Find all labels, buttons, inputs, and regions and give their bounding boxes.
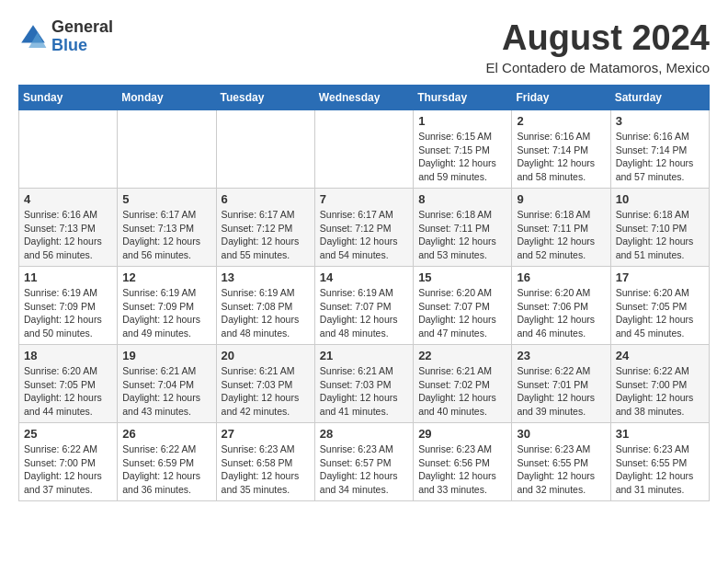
calendar-cell: 24Sunrise: 6:22 AM Sunset: 7:00 PM Dayli…: [610, 345, 709, 423]
day-number: 30: [517, 427, 605, 441]
day-info: Sunrise: 6:18 AM Sunset: 7:11 PM Dayligh…: [517, 208, 605, 262]
day-number: 28: [320, 427, 408, 441]
calendar-cell: 3Sunrise: 6:16 AM Sunset: 7:14 PM Daylig…: [610, 110, 709, 189]
day-number: 24: [616, 349, 704, 362]
day-info: Sunrise: 6:15 AM Sunset: 7:15 PM Dayligh…: [418, 130, 506, 184]
calendar-cell: 16Sunrise: 6:20 AM Sunset: 7:06 PM Dayli…: [512, 267, 610, 345]
calendar-cell: [118, 110, 216, 189]
calendar-cell: 12Sunrise: 6:19 AM Sunset: 7:09 PM Dayli…: [118, 267, 216, 345]
weekday-header: Monday: [118, 86, 216, 110]
day-info: Sunrise: 6:20 AM Sunset: 7:06 PM Dayligh…: [517, 286, 605, 340]
day-info: Sunrise: 6:20 AM Sunset: 7:05 PM Dayligh…: [616, 286, 704, 340]
calendar-cell: 2Sunrise: 6:16 AM Sunset: 7:14 PM Daylig…: [512, 110, 610, 189]
logo-icon: [18, 22, 48, 52]
day-info: Sunrise: 6:17 AM Sunset: 7:12 PM Dayligh…: [222, 208, 310, 262]
day-number: 17: [616, 270, 704, 284]
day-number: 22: [418, 349, 506, 362]
weekday-header: Tuesday: [216, 86, 314, 110]
month-title: August 2024: [486, 18, 710, 58]
day-number: 16: [517, 270, 605, 284]
calendar-cell: 20Sunrise: 6:21 AM Sunset: 7:03 PM Dayli…: [216, 345, 314, 423]
weekday-header: Friday: [512, 86, 610, 110]
calendar-cell: 25Sunrise: 6:22 AM Sunset: 7:00 PM Dayli…: [19, 423, 118, 501]
day-info: Sunrise: 6:19 AM Sunset: 7:07 PM Dayligh…: [320, 286, 408, 340]
day-info: Sunrise: 6:23 AM Sunset: 6:57 PM Dayligh…: [320, 442, 408, 497]
calendar-cell: 23Sunrise: 6:22 AM Sunset: 7:01 PM Dayli…: [512, 345, 610, 423]
weekday-header: Wednesday: [314, 86, 413, 110]
calendar-cell: [19, 110, 118, 189]
calendar-cell: 15Sunrise: 6:20 AM Sunset: 7:07 PM Dayli…: [414, 267, 512, 345]
day-info: Sunrise: 6:22 AM Sunset: 7:00 PM Dayligh…: [24, 442, 112, 497]
day-info: Sunrise: 6:16 AM Sunset: 7:14 PM Dayligh…: [616, 130, 704, 184]
calendar-cell: 21Sunrise: 6:21 AM Sunset: 7:03 PM Dayli…: [314, 345, 413, 423]
day-info: Sunrise: 6:21 AM Sunset: 7:02 PM Dayligh…: [418, 364, 506, 419]
day-number: 25: [24, 427, 112, 441]
day-info: Sunrise: 6:19 AM Sunset: 7:09 PM Dayligh…: [122, 286, 210, 340]
day-info: Sunrise: 6:20 AM Sunset: 7:07 PM Dayligh…: [418, 286, 506, 340]
day-info: Sunrise: 6:22 AM Sunset: 7:01 PM Dayligh…: [517, 364, 605, 419]
day-info: Sunrise: 6:18 AM Sunset: 7:11 PM Dayligh…: [418, 208, 506, 262]
calendar-cell: 5Sunrise: 6:17 AM Sunset: 7:13 PM Daylig…: [118, 189, 216, 267]
calendar-table: SundayMondayTuesdayWednesdayThursdayFrid…: [18, 85, 710, 501]
calendar-cell: 4Sunrise: 6:16 AM Sunset: 7:13 PM Daylig…: [19, 189, 118, 267]
calendar-cell: 18Sunrise: 6:20 AM Sunset: 7:05 PM Dayli…: [19, 345, 118, 423]
calendar-week-row: 11Sunrise: 6:19 AM Sunset: 7:09 PM Dayli…: [19, 267, 710, 345]
day-info: Sunrise: 6:22 AM Sunset: 6:59 PM Dayligh…: [122, 442, 210, 497]
calendar-cell: [314, 110, 413, 189]
day-info: Sunrise: 6:16 AM Sunset: 7:13 PM Dayligh…: [24, 208, 112, 262]
calendar-cell: 29Sunrise: 6:23 AM Sunset: 6:56 PM Dayli…: [414, 423, 512, 501]
day-number: 8: [418, 192, 506, 206]
day-number: 13: [222, 270, 310, 284]
calendar-header: SundayMondayTuesdayWednesdayThursdayFrid…: [19, 86, 710, 110]
calendar-cell: 9Sunrise: 6:18 AM Sunset: 7:11 PM Daylig…: [512, 189, 610, 267]
day-number: 12: [122, 270, 210, 284]
day-number: 14: [320, 270, 408, 284]
calendar-week-row: 18Sunrise: 6:20 AM Sunset: 7:05 PM Dayli…: [19, 345, 710, 423]
calendar-cell: 11Sunrise: 6:19 AM Sunset: 7:09 PM Dayli…: [19, 267, 118, 345]
calendar-cell: 17Sunrise: 6:20 AM Sunset: 7:05 PM Dayli…: [610, 267, 709, 345]
calendar-week-row: 4Sunrise: 6:16 AM Sunset: 7:13 PM Daylig…: [19, 189, 710, 267]
calendar-cell: 19Sunrise: 6:21 AM Sunset: 7:04 PM Dayli…: [118, 345, 216, 423]
day-number: 27: [222, 427, 310, 441]
day-number: 3: [616, 114, 704, 128]
day-info: Sunrise: 6:21 AM Sunset: 7:03 PM Dayligh…: [320, 364, 408, 419]
day-number: 5: [122, 192, 210, 206]
day-info: Sunrise: 6:23 AM Sunset: 6:55 PM Dayligh…: [616, 442, 704, 497]
day-number: 7: [320, 192, 408, 206]
calendar-cell: 26Sunrise: 6:22 AM Sunset: 6:59 PM Dayli…: [118, 423, 216, 501]
day-info: Sunrise: 6:23 AM Sunset: 6:55 PM Dayligh…: [517, 442, 605, 497]
calendar-cell: 8Sunrise: 6:18 AM Sunset: 7:11 PM Daylig…: [414, 189, 512, 267]
location-subtitle: El Contadero de Matamoros, Mexico: [486, 60, 710, 75]
day-number: 18: [24, 349, 112, 362]
calendar-cell: [216, 110, 314, 189]
calendar-cell: 31Sunrise: 6:23 AM Sunset: 6:55 PM Dayli…: [610, 423, 709, 501]
day-number: 19: [122, 349, 210, 362]
day-info: Sunrise: 6:21 AM Sunset: 7:03 PM Dayligh…: [222, 364, 310, 419]
calendar-cell: 14Sunrise: 6:19 AM Sunset: 7:07 PM Dayli…: [314, 267, 413, 345]
calendar-body: 1Sunrise: 6:15 AM Sunset: 7:15 PM Daylig…: [19, 110, 710, 501]
weekday-header: Sunday: [19, 86, 118, 110]
day-info: Sunrise: 6:19 AM Sunset: 7:08 PM Dayligh…: [222, 286, 310, 340]
logo-blue: Blue: [51, 37, 113, 55]
day-number: 20: [222, 349, 310, 362]
day-number: 23: [517, 349, 605, 362]
calendar-cell: 30Sunrise: 6:23 AM Sunset: 6:55 PM Dayli…: [512, 423, 610, 501]
day-number: 31: [616, 427, 704, 441]
day-number: 1: [418, 114, 506, 128]
day-number: 15: [418, 270, 506, 284]
day-info: Sunrise: 6:23 AM Sunset: 6:58 PM Dayligh…: [222, 442, 310, 497]
day-info: Sunrise: 6:21 AM Sunset: 7:04 PM Dayligh…: [122, 364, 210, 419]
day-number: 9: [517, 192, 605, 206]
calendar-cell: 1Sunrise: 6:15 AM Sunset: 7:15 PM Daylig…: [414, 110, 512, 189]
calendar-cell: 13Sunrise: 6:19 AM Sunset: 7:08 PM Dayli…: [216, 267, 314, 345]
day-info: Sunrise: 6:19 AM Sunset: 7:09 PM Dayligh…: [24, 286, 112, 340]
calendar-week-row: 1Sunrise: 6:15 AM Sunset: 7:15 PM Daylig…: [19, 110, 710, 189]
day-number: 4: [24, 192, 112, 206]
day-number: 2: [517, 114, 605, 128]
weekday-row: SundayMondayTuesdayWednesdayThursdayFrid…: [19, 86, 710, 110]
calendar-cell: 7Sunrise: 6:17 AM Sunset: 7:12 PM Daylig…: [314, 189, 413, 267]
weekday-header: Saturday: [610, 86, 709, 110]
calendar-cell: 6Sunrise: 6:17 AM Sunset: 7:12 PM Daylig…: [216, 189, 314, 267]
day-info: Sunrise: 6:17 AM Sunset: 7:13 PM Dayligh…: [122, 208, 210, 262]
calendar-cell: 27Sunrise: 6:23 AM Sunset: 6:58 PM Dayli…: [216, 423, 314, 501]
